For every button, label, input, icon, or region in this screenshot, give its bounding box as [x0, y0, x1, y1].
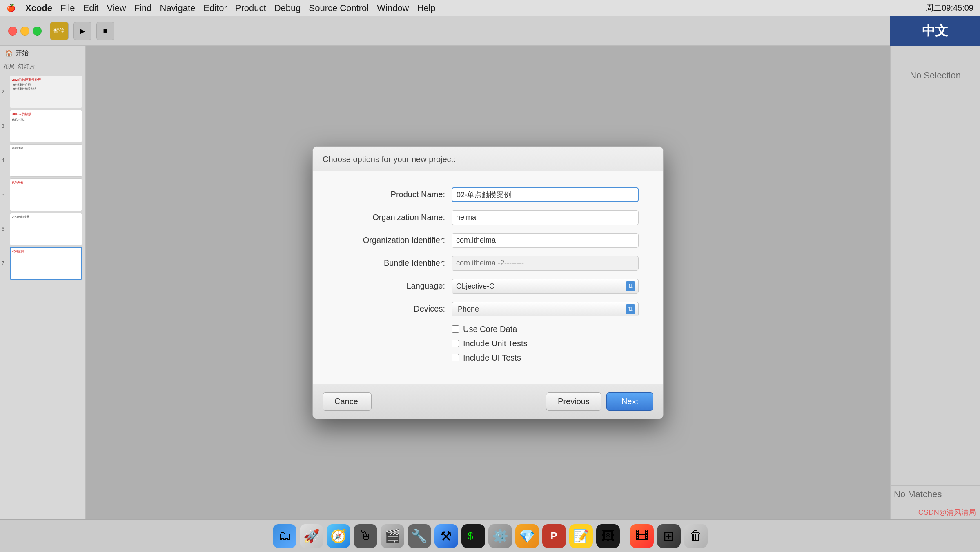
stop-icon: ■	[103, 27, 108, 35]
menubar: 🍎 Xcode File Edit View Find Navigate Edi…	[0, 0, 980, 16]
no-selection-label: No Selection	[910, 70, 961, 81]
dialog-overlay: Choose options for your new project: Pro…	[86, 46, 890, 519]
devices-select[interactable]: iPhone iPad Universal	[452, 302, 639, 316]
product-name-row: Product Name:	[337, 187, 639, 202]
build-stop-button[interactable]: ■	[96, 22, 114, 40]
menu-editor[interactable]: Editor	[203, 3, 227, 13]
menu-source-control[interactable]: Source Control	[309, 3, 369, 13]
include-unit-tests-checkbox[interactable]	[452, 340, 459, 347]
toolbar: 暂停 ▶ ■	[0, 16, 980, 46]
dialog-footer: Cancel Previous Next	[313, 384, 663, 419]
menu-window[interactable]: Window	[377, 3, 409, 13]
minimize-button[interactable]	[20, 27, 29, 36]
stop-button[interactable]: 暂停	[50, 22, 69, 40]
org-name-label: Organization Name:	[337, 213, 452, 222]
menu-edit[interactable]: Edit	[83, 3, 98, 13]
dock-divider	[625, 526, 625, 546]
dock-system-preferences[interactable]: ⚙️	[488, 524, 512, 548]
dock-launchpad[interactable]: 🚀	[300, 524, 323, 548]
dock-tools[interactable]: 🔧	[408, 524, 431, 548]
sidebar-slide-6[interactable]: 6 UIRew的触摸	[2, 213, 84, 245]
previous-button[interactable]: Previous	[546, 392, 601, 411]
org-name-input[interactable]	[452, 210, 639, 225]
include-ui-tests-checkbox[interactable]	[452, 354, 459, 361]
dock-notes[interactable]: 📝	[569, 524, 593, 548]
home-icon: 🏠	[5, 49, 13, 57]
org-id-row: Organization Identifier:	[337, 233, 639, 248]
menu-find[interactable]: Find	[134, 3, 152, 13]
devices-select-wrapper: iPhone iPad Universal ⇅	[452, 302, 639, 316]
language-select-wrapper: Objective-C Swift ⇅	[452, 279, 639, 294]
menu-navigate[interactable]: Navigate	[160, 3, 196, 13]
menu-file[interactable]: File	[60, 3, 75, 13]
devices-row: Devices: iPhone iPad Universal ⇅	[337, 302, 639, 316]
menu-product[interactable]: Product	[235, 3, 266, 13]
dock-sketch[interactable]: 💎	[515, 524, 539, 548]
dock-terminal[interactable]: $_	[461, 524, 485, 548]
menubar-right: 周二09:45:09	[925, 2, 973, 13]
include-unit-tests-label: Include Unit Tests	[463, 339, 528, 348]
home-label: 开始	[16, 49, 29, 58]
close-button[interactable]	[8, 27, 17, 36]
maximize-button[interactable]	[33, 27, 42, 36]
dock-mission-control[interactable]: ⊞	[657, 524, 681, 548]
bundle-id-input	[452, 256, 639, 271]
dock-xcode[interactable]: ⚒	[434, 524, 458, 548]
layout-label: 布局	[3, 63, 15, 70]
dock-safari[interactable]: 🧭	[327, 524, 350, 548]
sidebar-home[interactable]: 🏠 开始	[0, 46, 85, 61]
sidebar-slide-5[interactable]: 5 代码案例	[2, 178, 84, 211]
dialog-title: Choose options for your new project:	[313, 147, 663, 171]
csdn-watermark: CSDN@清风清局	[918, 507, 976, 517]
language-select[interactable]: Objective-C Swift	[452, 279, 639, 294]
language-label: Language:	[337, 281, 452, 291]
use-core-data-checkbox[interactable]	[452, 325, 459, 333]
navigation-buttons: Previous Next	[546, 392, 653, 411]
include-ui-tests-label: Include UI Tests	[463, 353, 521, 363]
dock-blackground[interactable]: 🖼	[596, 524, 620, 548]
chinese-label: 中文	[922, 22, 948, 40]
dock-mouse[interactable]: 🖱	[354, 524, 377, 548]
dock-trash[interactable]: 🗑	[684, 524, 708, 548]
sidebar-slide-4[interactable]: 4 案例代码...	[2, 144, 84, 177]
dock-finder[interactable]: 🗂	[273, 524, 296, 548]
use-core-data-label: Use Core Data	[463, 325, 517, 334]
dock-dvd-player[interactable]: 🎬	[381, 524, 404, 548]
traffic-lights	[8, 27, 42, 36]
apple-menu[interactable]: 🍎	[7, 4, 16, 13]
sidebar: 🏠 开始 布局 幻灯片 2 view的触摸事件处理 • 触摸事件介绍 • 触摸事…	[0, 46, 86, 519]
menu-help[interactable]: Help	[417, 3, 436, 13]
main-area: 🏠 开始 布局 幻灯片 2 view的触摸事件处理 • 触摸事件介绍 • 触摸事…	[0, 46, 980, 519]
org-id-label: Organization Identifier:	[337, 236, 452, 245]
sidebar-slide-7[interactable]: 7 代码案例	[2, 247, 84, 280]
menu-xcode[interactable]: Xcode	[25, 3, 52, 13]
chinese-input-bar[interactable]: 中文	[890, 16, 980, 46]
sidebar-slide-2[interactable]: 2 view的触摸事件处理 • 触摸事件介绍 • 触摸事件相关方法	[2, 76, 84, 108]
org-id-input[interactable]	[452, 233, 639, 248]
next-button[interactable]: Next	[606, 392, 653, 411]
use-core-data-row: Use Core Data	[452, 325, 639, 334]
include-ui-tests-row: Include UI Tests	[452, 353, 639, 363]
dock: 🗂 🚀 🧭 🖱 🎬 🔧 ⚒ $_ ⚙️ 💎 P 📝 🖼 🎞 ⊞ 🗑	[0, 519, 980, 552]
play-icon: ▶	[80, 27, 85, 36]
org-name-row: Organization Name:	[337, 210, 639, 225]
slides-label: 幻灯片	[18, 63, 35, 70]
menu-view[interactable]: View	[107, 3, 126, 13]
dock-photo-slideshow[interactable]: 🎞	[630, 524, 654, 548]
product-name-input[interactable]	[452, 187, 639, 202]
devices-label: Devices:	[337, 304, 452, 314]
product-name-label: Product Name:	[337, 190, 452, 199]
dock-powerpoint[interactable]: P	[542, 524, 566, 548]
clock: 周二09:45:09	[925, 2, 973, 13]
include-unit-tests-row: Include Unit Tests	[452, 339, 639, 348]
workspace: Choose options for your new project: Pro…	[86, 46, 890, 519]
no-matches-label: No Matches	[894, 489, 942, 499]
new-project-dialog: Choose options for your new project: Pro…	[312, 146, 664, 419]
menu-debug[interactable]: Debug	[274, 3, 301, 13]
sidebar-slide-3[interactable]: 3 UIRew的触摸 代码内容...	[2, 110, 84, 142]
dialog-content: Product Name: Organization Name: Organiz…	[313, 171, 663, 384]
play-button[interactable]: ▶	[74, 22, 91, 40]
right-panel: No Selection No Matches	[890, 46, 980, 519]
language-row: Language: Objective-C Swift ⇅	[337, 279, 639, 294]
cancel-button[interactable]: Cancel	[323, 392, 372, 411]
